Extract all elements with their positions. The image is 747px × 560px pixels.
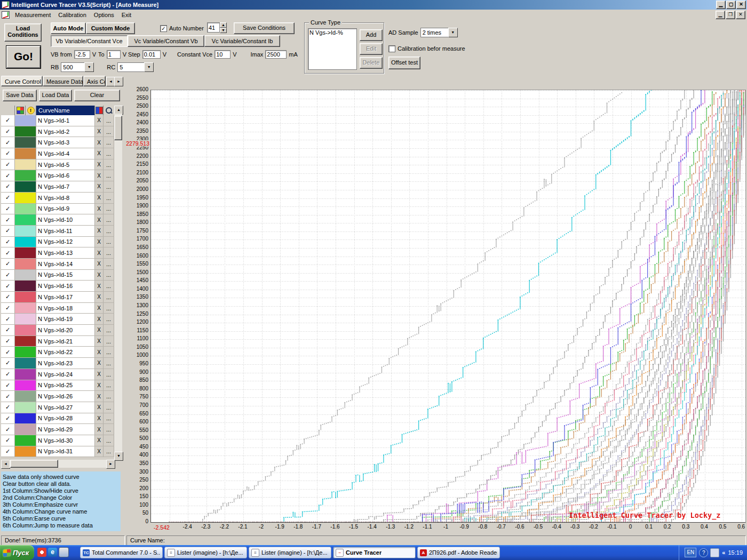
curve-erase-button[interactable]: X — [95, 148, 104, 159]
curve-plot-canvas[interactable] — [151, 90, 745, 522]
curve-erase-button[interactable]: X — [95, 270, 104, 281]
maximize-button[interactable]: ▢ — [726, 1, 736, 9]
mdi-close-button[interactable]: ✕ — [736, 11, 745, 19]
curve-jump-button[interactable]: ... — [104, 314, 114, 324]
curve-name-cell[interactable]: N Vgs->Id-2 — [36, 126, 95, 137]
curve-erase-button[interactable]: X — [95, 446, 104, 457]
curve-name-cell[interactable]: N Vgs->Id-6 — [36, 170, 95, 181]
subtab-vc-variable-constant-vb[interactable]: Vc Variable/Constant Vb — [128, 35, 204, 47]
curve-jump-button[interactable]: ... — [104, 159, 114, 170]
curve-name-cell[interactable]: N Vgs->Id-24 — [36, 369, 95, 380]
curve-color-swatch[interactable] — [15, 314, 36, 324]
curve-jump-button[interactable]: ... — [104, 325, 114, 335]
curve-jump-button[interactable]: ... — [104, 115, 114, 126]
curve-name-cell[interactable]: N Vgs->Id-20 — [36, 325, 95, 335]
header-emphasize-column[interactable]: ! — [26, 106, 36, 115]
curve-name-cell[interactable]: N Vgs->Id-30 — [36, 435, 95, 446]
curve-visible-checkbox[interactable]: ✓ — [1, 281, 15, 291]
header-checkbox-column[interactable] — [1, 106, 15, 115]
curve-color-swatch[interactable] — [15, 369, 36, 380]
curve-visible-checkbox[interactable]: ✓ — [1, 435, 15, 446]
curve-erase-button[interactable]: X — [95, 314, 104, 324]
curve-erase-button[interactable]: X — [95, 424, 104, 435]
curve-name-cell[interactable]: N Vgs->Id-10 — [36, 214, 95, 225]
vb-from-input[interactable] — [74, 50, 90, 59]
curve-visible-checkbox[interactable]: ✓ — [1, 148, 15, 159]
curve-erase-button[interactable]: X — [95, 369, 104, 380]
ad-sample-select[interactable]: 2 times ▼ — [420, 28, 458, 37]
tab-curve-control[interactable]: Curve Control — [1, 76, 43, 86]
mdi-restore-button[interactable]: ❐ — [726, 11, 735, 19]
curve-color-swatch[interactable] — [15, 424, 36, 435]
curve-color-swatch[interactable] — [15, 126, 36, 137]
curve-color-swatch[interactable] — [15, 336, 36, 347]
curve-erase-button[interactable]: X — [95, 259, 104, 269]
curve-name-cell[interactable]: N Vgs->Id-12 — [36, 237, 95, 247]
curve-erase-button[interactable]: X — [95, 413, 104, 424]
chevron-down-icon[interactable]: ▼ — [448, 28, 458, 37]
panel-button-load-data[interactable]: Load Data — [39, 90, 72, 101]
curve-erase-button[interactable]: X — [95, 181, 104, 192]
panel-button-save-data[interactable]: Save Data — [3, 90, 37, 101]
minimize-button[interactable]: ▁ — [716, 1, 726, 9]
curve-color-swatch[interactable] — [15, 446, 36, 457]
horizontal-scrollbar-track[interactable] — [9, 460, 106, 468]
curve-jump-button[interactable]: ... — [104, 259, 114, 269]
curve-visible-checkbox[interactable]: ✓ — [1, 247, 15, 258]
curve-erase-button[interactable]: X — [95, 358, 104, 369]
curve-visible-checkbox[interactable]: ✓ — [1, 402, 15, 413]
curve-visible-checkbox[interactable]: ✓ — [1, 303, 15, 314]
curve-jump-button[interactable]: ... — [104, 270, 114, 281]
curve-visible-checkbox[interactable]: ✓ — [1, 369, 15, 380]
menu-item-options[interactable]: Options — [90, 11, 118, 19]
taskbar-button-lister-imagine-h[interactable]: ≡Lister (imagine) - [h:\Де... — [249, 547, 331, 558]
curve-name-cell[interactable]: N Vgs->Id-13 — [36, 247, 95, 258]
curve-name-cell[interactable]: N Vgs->Id-14 — [36, 259, 95, 269]
curve-visible-checkbox[interactable]: ✓ — [1, 336, 15, 347]
curve-erase-button[interactable]: X — [95, 347, 104, 357]
curve-visible-checkbox[interactable]: ✓ — [1, 226, 15, 236]
curve-jump-button[interactable]: ... — [104, 247, 114, 258]
curve-name-cell[interactable]: N Vgs->Id-16 — [36, 281, 95, 291]
curve-name-cell[interactable]: N Vgs->Id-27 — [36, 402, 95, 413]
curve-color-swatch[interactable] — [15, 259, 36, 269]
curve-name-cell[interactable]: N Vgs->Id-29 — [36, 424, 95, 435]
curve-erase-button[interactable]: X — [95, 204, 104, 214]
rb-select[interactable]: 500 ▼ — [61, 62, 94, 72]
constant-vce-input[interactable] — [214, 50, 231, 59]
curve-erase-button[interactable]: X — [95, 193, 104, 203]
curve-jump-button[interactable]: ... — [104, 292, 114, 302]
taskbar-button-total-commander-7-0-s[interactable]: TCTotal Commander 7.0 - S... — [80, 547, 163, 558]
to-input[interactable] — [107, 50, 121, 59]
curve-jump-button[interactable]: ... — [104, 137, 114, 148]
curve-erase-button[interactable]: X — [95, 214, 104, 225]
curve-jump-button[interactable]: ... — [104, 214, 114, 225]
rc-select[interactable]: 5 ▼ — [117, 62, 154, 72]
curve-color-swatch[interactable] — [15, 204, 36, 214]
curve-erase-button[interactable]: X — [95, 402, 104, 413]
curve-jump-button[interactable]: ... — [104, 435, 114, 446]
tab-measure-data[interactable]: Measure Data — [43, 76, 83, 86]
curve-color-swatch[interactable] — [15, 214, 36, 225]
curve-jump-button[interactable]: ... — [104, 148, 114, 159]
curve-color-swatch[interactable] — [15, 115, 36, 126]
curve-erase-button[interactable]: X — [95, 435, 104, 446]
curve-erase-button[interactable]: X — [95, 303, 104, 314]
curve-color-swatch[interactable] — [15, 237, 36, 247]
curve-visible-checkbox[interactable]: ✓ — [1, 137, 15, 148]
menu-item-exit[interactable]: Exit — [118, 11, 135, 19]
horizontal-scrollbar-thumb[interactable] — [10, 460, 58, 468]
curve-name-cell[interactable]: N Vgs->Id-4 — [36, 148, 95, 159]
curve-color-swatch[interactable] — [15, 303, 36, 314]
kbd-icon[interactable] — [710, 548, 719, 557]
curve-color-swatch[interactable] — [15, 325, 36, 335]
curve-color-swatch[interactable] — [15, 435, 36, 446]
mdi-minimize-button[interactable]: ▁ — [716, 11, 725, 19]
curve-color-swatch[interactable] — [15, 402, 36, 413]
step-input[interactable] — [142, 50, 161, 59]
curve-color-swatch[interactable] — [15, 281, 36, 291]
curve-visible-checkbox[interactable]: ✓ — [1, 259, 15, 269]
curve-name-cell[interactable]: N Vgs->Id-8 — [36, 193, 95, 203]
curve-color-swatch[interactable] — [15, 292, 36, 302]
curve-jump-button[interactable]: ... — [104, 413, 114, 424]
